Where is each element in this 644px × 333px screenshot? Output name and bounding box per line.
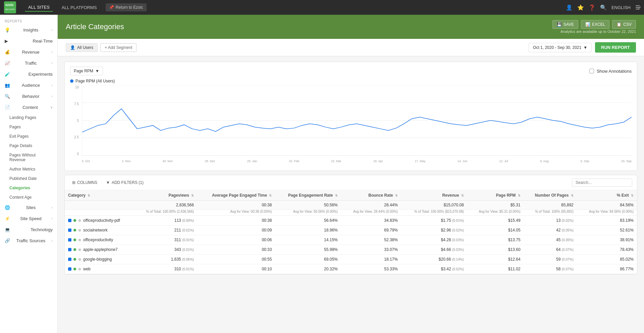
totals-revenue-note: % of Total: 100.00% ($15,070.08) [401,210,467,216]
star-btn[interactable]: ⭐ [577,4,584,11]
row-bounce: 34.83% [341,216,401,225]
sidebar-item-revenue[interactable]: 💰 Revenue › [0,47,57,58]
chevron-right-icon: › [52,206,53,209]
chevron-down-icon: ▼ [95,69,99,73]
sidebar-item-insights[interactable]: 💡 Insights › [0,24,57,36]
date-run-area: Oct 1, 2020 - Sep 30, 2021 ▼ RUN REPORT [529,42,636,53]
content-area: Article Categories 💾 SAVE 📊 EXCEL 📋 CSV [58,15,644,333]
status-dot [73,258,76,261]
excel-button[interactable]: 📊 EXCEL [581,20,609,29]
sidebar-item-content-age[interactable]: Content Age [0,193,57,202]
sidebar-item-author-metrics[interactable]: Author Metrics [0,164,57,174]
col-header-engagement[interactable]: Page Engagement Rate ⇅ [275,190,341,201]
sidebar-item-page-details[interactable]: Page Details [0,141,57,150]
col-header-category[interactable]: Category ⇅ [65,190,133,201]
table-row: ⚙ officeproductivity 311 (0.01%) 00:06 1… [65,235,637,245]
sidebar-item-audience[interactable]: 👥 Audience › [0,80,57,91]
col-header-page-rpm[interactable]: Page RPM ⇅ [467,190,524,201]
status-dot [73,219,76,222]
save-button[interactable]: 💾 SAVE [552,20,578,29]
metric-selector[interactable]: Page RPM ▼ [70,67,103,75]
add-segment-button[interactable]: + Add Segment [100,43,137,52]
svg-text:BIG DATA: BIG DATA [5,8,15,10]
col-header-bounce[interactable]: Bounce Rate ⇅ [341,190,401,201]
row-pageviews: 211 (0.01%) [133,225,197,235]
totals-engagement: 50.56% [275,201,341,210]
col-header-pct-exit[interactable]: % Exit ⇅ [577,190,637,201]
col-header-pageviews[interactable]: Pageviews ⇅ [133,190,197,201]
sidebar-item-pages-without-revenue[interactable]: Pages Without Revenue [0,150,57,164]
col-header-avg-time[interactable]: Average Page Engaged Time ⇅ [197,190,275,201]
sidebar-item-categories[interactable]: Categories [0,183,57,193]
row-avg-time: 00:09 [197,225,275,235]
sidebar-item-content[interactable]: 📄 Content ∨ [0,102,57,113]
sort-icon: ⇅ [88,194,90,197]
totals-bounce-note: Avg for View: 28.44% (0.00%) [341,210,401,216]
sort-icon: ⇅ [335,194,338,197]
sidebar-item-exit-pages[interactable]: Exit Pages [0,132,57,141]
chart-controls: Page RPM ▼ Show Annotations ⤢ [70,67,632,75]
status-dot [73,248,76,251]
sidebar-item-pages[interactable]: Pages [0,122,57,132]
gear-icon[interactable]: ⚙ [78,267,81,271]
columns-button[interactable]: ⊞ COLUMNS [69,179,100,186]
logo: ezoicBIG DATA [4,1,16,13]
totals-pages-note: % of Total: 100% (85,892) [524,210,577,216]
row-engagement: 69.05% [275,255,341,264]
filter-icon: ▼ [106,180,110,185]
all-sites-btn[interactable]: ALL SITES [25,3,53,12]
all-users-segment[interactable]: 👤 All Users [66,43,98,52]
totals-pct-exit: 84.56% [577,201,637,210]
audience-icon: 👥 [5,83,10,88]
sidebar-item-technology[interactable]: 💻 Technology [0,224,57,235]
row-engagement: 18.96% [275,225,341,235]
svg-text:ezoic: ezoic [5,3,14,7]
gear-icon[interactable]: ⚙ [78,238,81,242]
row-pageviews: 310 (0.01%) [133,264,197,274]
row-category: ⚙ officeproductivity [65,235,133,245]
sidebar-item-site-speed[interactable]: ⚡ Site Speed › [0,213,57,224]
totals-avg-time-note: Avg for View: 00:38 (0.00%) [197,210,275,216]
row-pageviews: 343 (0.01%) [133,245,197,255]
realtime-icon: ▶ [5,39,8,44]
annotations-checkbox[interactable] [589,69,594,73]
chevron-right-icon: › [52,83,53,87]
totals-sub-row: % of Total: 100.00% (2,836,566) Avg for … [65,210,637,216]
language-selector[interactable]: ENGLISH [611,5,631,10]
sidebar-item-traffic-sources[interactable]: 🔗 Traffic Sources › [0,235,57,246]
insights-icon: 💡 [5,27,10,32]
gear-icon[interactable]: ⚙ [78,258,81,261]
row-avg-time: 00:55 [197,255,275,264]
pin-icon: 📌 [109,5,114,10]
sidebar-item-landing-pages[interactable]: Landing Pages [0,113,57,122]
gear-icon[interactable]: ⚙ [78,248,81,252]
sidebar-item-experiments[interactable]: 🧪 Experiments [0,69,57,80]
sort-icon: ⇅ [395,194,398,197]
col-header-num-pages[interactable]: Number Of Pages ⇅ [524,190,577,201]
category-color [68,267,71,271]
all-platforms-btn[interactable]: ALL PLATFORMS [58,4,100,11]
row-avg-time: 00:38 [197,216,275,225]
run-report-button[interactable]: RUN REPORT [595,42,636,53]
return-to-ezoic-btn[interactable]: 📌 Return to Ezoic [106,3,147,11]
row-bounce: 33.07% [341,245,401,255]
help-btn[interactable]: ❓ [589,4,595,11]
segment-area: 👤 All Users + Add Segment [66,43,137,52]
add-filters-button[interactable]: ▼ ADD FILTERS (1) [103,179,146,186]
sidebar-item-realtime[interactable]: ▶ Real-Time [0,36,57,47]
csv-button[interactable]: 📋 CSV [612,20,636,29]
search-user-btn[interactable]: 👤 [566,4,573,11]
row-revenue: $1.75 (0.01%) [401,216,467,225]
sidebar-item-published-date[interactable]: Published Date [0,174,57,183]
sort-icon: ⇅ [191,194,194,197]
gear-icon[interactable]: ⚙ [78,219,81,222]
search-btn[interactable]: 🔍 [600,4,607,11]
row-num-pages: 13 (0.02%) [524,216,577,225]
table-search-input[interactable] [572,179,632,187]
sidebar-item-sites[interactable]: 🌐 Sites › [0,202,57,213]
col-header-revenue[interactable]: Revenue ⇅ [401,190,467,201]
sidebar-item-traffic[interactable]: 📈 Traffic › [0,58,57,69]
gear-icon[interactable]: ⚙ [78,228,81,232]
sidebar-item-behavior[interactable]: 🔍 Behavior › [0,91,57,102]
date-range-picker[interactable]: Oct 1, 2020 - Sep 30, 2021 ▼ [529,43,592,52]
